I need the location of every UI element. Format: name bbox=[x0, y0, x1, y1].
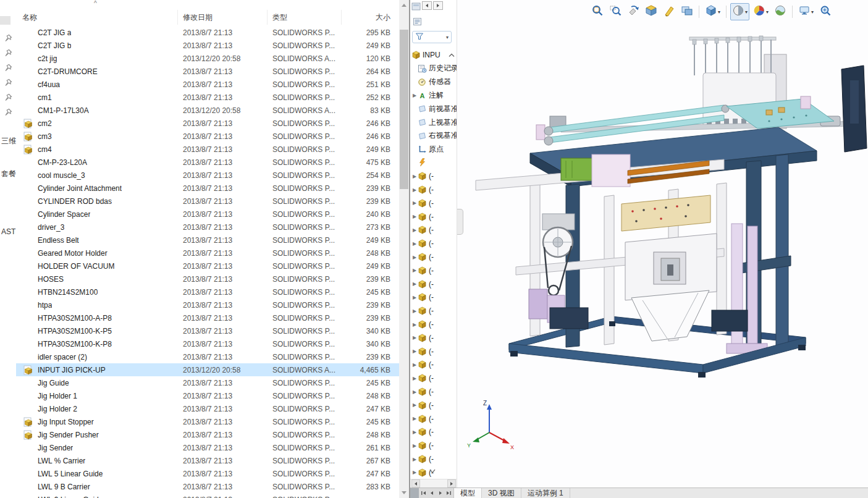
view-settings-button[interactable]: ▾ bbox=[796, 3, 815, 20]
tree-item[interactable]: ▶ (- bbox=[411, 264, 457, 277]
tree-item[interactable]: 前视基准面 bbox=[411, 102, 457, 116]
tree-flyout-handle[interactable] bbox=[457, 209, 463, 235]
expand-arrow-icon[interactable]: ▶ bbox=[411, 322, 418, 327]
tree-item[interactable]: ▶ (- bbox=[411, 318, 457, 331]
file-row[interactable]: htpa 2013/8/7 21:13 SOLIDWORKS P... 239 … bbox=[16, 298, 399, 311]
tree-root-item[interactable]: INPU bbox=[411, 48, 456, 61]
expand-arrow-icon[interactable]: ▶ bbox=[411, 416, 418, 421]
file-row[interactable]: C2T JIG a 2013/8/7 21:13 SOLIDWORKS P...… bbox=[16, 26, 399, 39]
tree-item[interactable]: ▶ (- bbox=[411, 345, 457, 358]
pin-icon[interactable] bbox=[4, 78, 12, 86]
tab-first-icon[interactable] bbox=[421, 489, 426, 497]
tree-item[interactable]: 上视基准面 bbox=[411, 116, 457, 129]
file-row[interactable]: cm1 2013/8/7 21:13 SOLIDWORKS P... 252 K… bbox=[16, 91, 399, 104]
tab-prev-icon[interactable] bbox=[429, 489, 434, 497]
tree-item[interactable]: 右视基准面 bbox=[411, 129, 457, 143]
tree-item[interactable]: ▶ (- bbox=[411, 196, 457, 210]
file-row[interactable]: Jig Guide 2013/8/7 21:13 SOLIDWORKS P...… bbox=[16, 376, 399, 389]
zoom-to-area-button[interactable] bbox=[607, 3, 623, 20]
file-row[interactable]: Geared Motor Holder 2013/8/7 21:13 SOLID… bbox=[16, 247, 399, 260]
file-row[interactable]: HOLDER OF VACUUM 2013/8/7 21:13 SOLIDWOR… bbox=[16, 260, 399, 272]
zoom-to-fit-button[interactable] bbox=[589, 3, 605, 20]
expand-arrow-icon[interactable]: ▶ bbox=[411, 241, 418, 247]
file-row[interactable]: Jig Holder 2 2013/8/7 21:13 SOLIDWORKS P… bbox=[16, 402, 399, 415]
tree-item[interactable]: ▶ (- bbox=[411, 210, 457, 224]
file-row[interactable]: C2T-DRUMCORE 2013/8/7 21:13 SOLIDWORKS P… bbox=[16, 65, 399, 78]
column-header-size[interactable]: 大小 bbox=[342, 10, 399, 25]
file-row[interactable]: HOSES 2013/8/7 21:13 SOLIDWORKS P... 239… bbox=[16, 272, 399, 285]
previous-view-button[interactable] bbox=[625, 3, 641, 20]
explorer-scrollbar[interactable] bbox=[399, 0, 409, 498]
file-row[interactable]: HTPA30S2M100-K-P8 2013/8/7 21:13 SOLIDWO… bbox=[16, 337, 399, 350]
column-header-type[interactable]: 类型 bbox=[268, 10, 342, 25]
expand-arrow-icon[interactable]: ▶ bbox=[411, 295, 418, 300]
tree-item[interactable]: ▶ (- bbox=[411, 385, 457, 399]
pin-icon[interactable] bbox=[4, 63, 12, 71]
tree-item[interactable]: ▶ (- bbox=[411, 237, 457, 250]
tree-item[interactable]: ▶ (- bbox=[411, 291, 457, 305]
scroll-right-icon[interactable] bbox=[447, 479, 456, 487]
file-row[interactable]: Cylinder Spacer 2013/8/7 21:13 SOLIDWORK… bbox=[16, 208, 399, 221]
tree-item[interactable]: ▶ (- bbox=[411, 169, 457, 183]
magnified-selection-button[interactable] bbox=[817, 3, 833, 20]
file-row[interactable]: Endless Belt 2013/8/7 21:13 SOLIDWORKS P… bbox=[16, 234, 399, 247]
tree-item[interactable]: ▶ A 注解 bbox=[411, 89, 457, 103]
tab-motion-study-1[interactable]: 运动算例 1 bbox=[521, 488, 570, 498]
expand-arrow-icon[interactable]: ▶ bbox=[411, 389, 418, 395]
tree-item[interactable]: ▶ (- bbox=[411, 399, 457, 412]
tree-forward-button[interactable] bbox=[433, 1, 443, 10]
tree-item[interactable]: ▶ (- bbox=[411, 250, 457, 264]
3d-drawing-view-button[interactable] bbox=[679, 3, 695, 20]
file-row[interactable]: Jig Sender 2013/8/7 21:13 SOLIDWORKS P..… bbox=[16, 441, 399, 454]
file-row[interactable]: cf4uua 2013/8/7 21:13 SOLIDWORKS P... 25… bbox=[16, 78, 399, 91]
expand-arrow-icon[interactable]: ▶ bbox=[411, 470, 418, 475]
expand-arrow-icon[interactable]: ▶ bbox=[411, 429, 418, 435]
tree-item[interactable] bbox=[411, 156, 457, 170]
expand-arrow-icon[interactable]: ▶ bbox=[411, 174, 418, 179]
tree-item[interactable]: ▶ (- bbox=[411, 439, 457, 452]
column-header-name[interactable]: 名称 bbox=[16, 10, 178, 25]
expand-arrow-icon[interactable]: ▶ bbox=[411, 335, 418, 340]
tree-item[interactable]: ▶ (- bbox=[411, 426, 457, 439]
expand-arrow-icon[interactable]: ▶ bbox=[411, 200, 418, 206]
edit-appearance-button[interactable]: ▾ bbox=[751, 3, 770, 20]
tree-horizontal-scrollbar[interactable] bbox=[410, 479, 457, 487]
tree-item[interactable]: 原点 bbox=[411, 143, 457, 156]
pin-icon[interactable] bbox=[4, 108, 12, 116]
expand-arrow-icon[interactable]: ▶ bbox=[411, 93, 418, 98]
expand-arrow-icon[interactable]: ▶ bbox=[411, 402, 418, 408]
file-row[interactable]: cm2 2013/8/7 21:13 SOLIDWORKS P... 246 K… bbox=[16, 117, 399, 130]
expand-arrow-icon[interactable]: ▶ bbox=[411, 281, 418, 287]
tree-filter[interactable]: ▾ bbox=[412, 31, 452, 43]
file-row[interactable]: idler spacer (2) 2013/8/7 21:13 SOLIDWOR… bbox=[16, 350, 399, 363]
tab-next-icon[interactable] bbox=[438, 489, 443, 497]
scroll-left-icon[interactable] bbox=[411, 479, 420, 487]
scrollbar-thumb[interactable] bbox=[400, 30, 408, 189]
graphics-viewport[interactable]: ▾ ▾ ▾ ▾ bbox=[457, 0, 868, 487]
tab-model[interactable]: 模型 bbox=[454, 488, 482, 498]
tree-item[interactable]: ▶ (- bbox=[411, 452, 457, 466]
expand-arrow-icon[interactable]: ▶ bbox=[411, 214, 418, 219]
tree-item[interactable]: ▶ (- bbox=[411, 371, 457, 385]
tree-item[interactable]: 传感器 bbox=[411, 75, 457, 89]
file-row[interactable]: driver_3 2013/8/7 21:13 SOLIDWORKS P... … bbox=[16, 221, 399, 234]
tree-back-button[interactable] bbox=[422, 1, 432, 10]
expand-arrow-icon[interactable]: ▶ bbox=[411, 187, 418, 193]
view-orientation-button[interactable]: ▾ bbox=[703, 3, 722, 20]
tree-item[interactable]: ▶ (- bbox=[411, 304, 457, 318]
pin-icon[interactable] bbox=[4, 93, 12, 101]
tree-scroll-down-icon[interactable] bbox=[429, 466, 436, 472]
file-row[interactable]: Jig Sender Pusher 2013/8/7 21:13 SOLIDWO… bbox=[16, 428, 399, 441]
section-view-button[interactable] bbox=[643, 3, 659, 20]
nav-folder-fragment[interactable]: 三维 bbox=[1, 136, 16, 146]
file-row[interactable]: cm4 2013/8/7 21:13 SOLIDWORKS P... 249 K… bbox=[16, 143, 399, 156]
expand-arrow-icon[interactable]: ▶ bbox=[411, 255, 418, 260]
file-row[interactable]: C2T JIG b 2013/8/7 21:13 SOLIDWORKS P...… bbox=[16, 39, 399, 52]
file-row[interactable]: HTBN214S2M100 2013/8/7 21:13 SOLIDWORKS … bbox=[16, 285, 399, 298]
file-row[interactable]: LWL 5 Linear Guide 2013/8/7 21:13 SOLIDW… bbox=[16, 467, 399, 480]
scroll-down-icon[interactable] bbox=[402, 491, 407, 494]
nav-folder-fragment[interactable]: AST bbox=[1, 227, 16, 236]
tree-item[interactable]: ▶ (- bbox=[411, 277, 457, 291]
expand-arrow-icon[interactable]: ▶ bbox=[411, 308, 418, 314]
tree-item[interactable]: ▶ (- bbox=[411, 412, 457, 426]
